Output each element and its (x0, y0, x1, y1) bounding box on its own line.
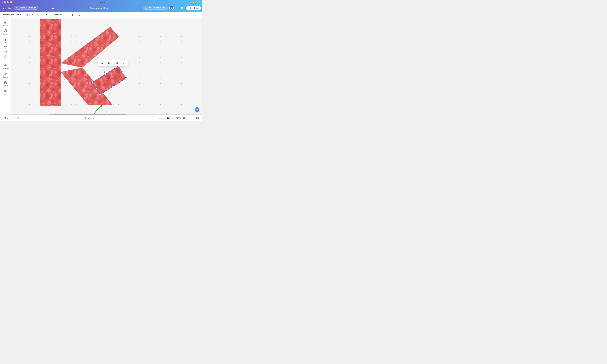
document-title: Disegnare un albero (57, 7, 142, 9)
notes-icon (3, 117, 6, 119)
menu-button[interactable]: ☰ (1, 6, 6, 10)
wifi-icon: 📡 (196, 1, 198, 3)
ctx-divider-2 (113, 62, 113, 65)
redo-button[interactable]: ↪ (45, 6, 49, 10)
position-button[interactable]: Posizione (53, 13, 63, 16)
svg-rect-59 (184, 117, 185, 118)
ai-magic-button[interactable]: ✦ (195, 107, 199, 112)
more-icon: ••• (123, 62, 125, 65)
sidebar-item-galleria[interactable]: Galleria (1, 45, 10, 53)
zoom-value: 279% (176, 117, 181, 119)
wand-icon: ✦ (16, 7, 17, 9)
notification-icon: 🔔 (7, 1, 9, 3)
zoom-control: 279% (157, 117, 181, 119)
align-icon: ⊞ (72, 13, 74, 16)
edit-image-button[interactable]: Modifica immagine (2, 13, 22, 16)
rotate-element-button[interactable]: ↻ (100, 61, 104, 65)
cloud-save-button[interactable]: ☁ (51, 6, 55, 10)
avatar[interactable]: Z (169, 6, 174, 10)
notes-label: Note (7, 117, 11, 119)
svg-rect-11 (6, 82, 7, 83)
artwork-svg: ↻ ✛ (11, 18, 202, 115)
share-label: Condividi (190, 7, 198, 9)
context-toolbar: ↻ ••• (98, 60, 128, 66)
svg-rect-8 (4, 81, 5, 82)
pro-trial-button[interactable]: 👑 Prova Pro per 14 giorni (143, 6, 168, 10)
pro-label: Prova Pro per 14 giorni (148, 7, 166, 9)
pattern-button[interactable]: ⊹ (65, 13, 69, 17)
fullscreen-button[interactable] (189, 116, 194, 120)
disegno-icon (4, 72, 7, 76)
grid-lines-icon: ≡ (46, 14, 47, 16)
lock-button[interactable]: 🔒 (78, 13, 81, 16)
battery-icon: 🔋 (198, 1, 201, 3)
undo-button[interactable]: ↩ (40, 6, 44, 10)
flip-button[interactable]: Capovolgi (24, 13, 34, 16)
trash-icon (115, 62, 118, 65)
help-button[interactable]: ? (195, 116, 200, 120)
svg-rect-15 (6, 91, 7, 92)
grid-view-button[interactable] (182, 116, 187, 120)
sidebar-item-progetti[interactable]: Progetti (1, 80, 10, 88)
sidebar-item-brand[interactable]: Brand (1, 54, 10, 62)
svg-rect-10 (4, 82, 5, 83)
status-dots (100, 2, 105, 3)
main-toolbar: ☰ File ✦ Ridimensiona e converti ↩ ↪ ☁ D… (0, 4, 202, 12)
elementi-icon (4, 29, 7, 33)
delete-element-button[interactable] (115, 61, 119, 65)
svg-line-57 (15, 118, 16, 118)
analytics-button[interactable]: 📊 (180, 6, 185, 10)
copy-element-button[interactable] (107, 61, 111, 65)
sidebar-item-caricamenti[interactable]: Caricamenti (1, 63, 10, 70)
sidebar-item-app[interactable]: App (1, 88, 10, 96)
svg-rect-48 (108, 62, 110, 64)
flip-label: Capovolgi (25, 14, 33, 16)
sidebar-item-testo[interactable]: T Testo (1, 37, 10, 45)
info-button[interactable]: ⓘ (37, 13, 40, 17)
sidebar-item-disegno[interactable]: Disegno (1, 71, 10, 79)
edit-image-label: Modifica immagine (3, 14, 19, 16)
resize-button[interactable]: ✦ Ridimensiona e converti (14, 6, 38, 10)
page-info: Pagina 1 / 1 (25, 117, 156, 119)
secondary-toolbar: Modifica immagine Capovolgi ⓘ ≡ Posizion… (0, 12, 202, 18)
canvas-content: ↻ ✛ (11, 18, 202, 115)
layout-button[interactable]: ≡ (45, 13, 48, 16)
toolbar-divider-1 (42, 13, 43, 17)
svg-rect-12 (4, 90, 5, 91)
caricamenti-icon (4, 64, 7, 67)
notes-button[interactable]: Note (2, 116, 12, 120)
copy-icon (108, 62, 111, 65)
zoom-slider-thumb (167, 117, 169, 119)
more-options-button[interactable]: ••• (122, 61, 126, 65)
move-cursor-icon: ✛ (93, 101, 95, 103)
sidebar-item-elementi[interactable]: Elementi (1, 28, 10, 36)
zoom-slider[interactable] (157, 118, 175, 118)
brand-icon (4, 55, 7, 59)
svg-point-5 (5, 56, 6, 57)
app-icon (4, 89, 7, 93)
modelli-icon: ⊞ (4, 21, 7, 24)
add-button[interactable]: + (175, 6, 179, 10)
status-bar: 09:31 🔔 📶 📶 📡 🔋 (0, 0, 202, 4)
dot-1 (100, 2, 101, 3)
dot-3 (104, 2, 105, 3)
svg-rect-62 (185, 118, 186, 119)
share-button[interactable]: ↑ Condividi (186, 6, 201, 10)
svg-rect-52 (4, 117, 6, 119)
chevron-up-icon: ⌃ (106, 112, 107, 114)
testo-label: Testo (4, 42, 7, 43)
timer-label: Timer (17, 117, 22, 119)
align-button[interactable]: ⊞ (71, 13, 75, 17)
file-button[interactable]: File (7, 6, 12, 10)
sidebar-item-modelli[interactable]: ⊞ Modelli (1, 20, 10, 27)
page-navigation-button[interactable]: ⌃ (104, 112, 109, 114)
svg-point-4 (4, 55, 7, 58)
canvas-area[interactable]: ↻ ✛ ↻ (11, 18, 202, 115)
main-layout: ⊞ Modelli Elementi T Testo Galleria Bran… (0, 18, 202, 115)
pattern-icon: ⊹ (66, 13, 68, 16)
signal-bars-icon: 📶 (193, 1, 195, 3)
modelli-label: Modelli (3, 25, 8, 26)
galleria-label: Galleria (3, 51, 8, 52)
timer-button[interactable]: Timer (13, 116, 23, 120)
elementi-label: Elementi (3, 33, 8, 35)
